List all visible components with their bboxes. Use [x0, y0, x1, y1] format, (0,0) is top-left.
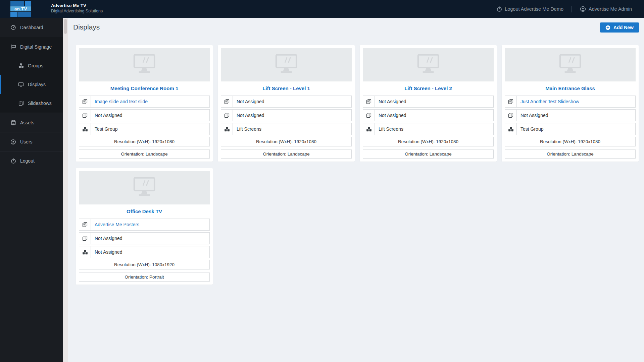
sidebar-item-slideshows[interactable]: Slideshows	[0, 94, 63, 113]
slideshow-row: Image slide and text slide	[79, 96, 210, 108]
header-divider	[572, 6, 572, 12]
group-value: Lift Screens	[375, 126, 403, 132]
plus-circle-icon	[605, 25, 610, 30]
sidebar: Dashboard Digital Signage	[0, 18, 63, 362]
header-right: Logout Advertise Me Demo Advertise Me Ad…	[497, 0, 632, 18]
add-new-label: Add New	[613, 25, 634, 30]
display-card: Office Desk TV Advertise Me Posters	[76, 168, 213, 285]
group-value: Test Group	[517, 126, 543, 132]
logout-link[interactable]: Logout Advertise Me Demo	[497, 6, 563, 12]
page-title: Displays	[73, 22, 100, 32]
sidebar-scrollbar[interactable]	[63, 18, 68, 362]
user-menu[interactable]: Advertise Me Admin	[580, 6, 632, 12]
sidebar-item-dashboard[interactable]: Dashboard	[0, 18, 63, 37]
sidebar-item-label: Digital Signage	[20, 44, 52, 50]
group-row: Test Group	[505, 123, 636, 135]
sidebar-item-digital-signage[interactable]: Digital Signage	[0, 37, 63, 56]
slideshow-row: Not Assigned	[505, 109, 636, 121]
slideshow-1-value[interactable]: Advertise Me Posters	[91, 222, 139, 227]
display-title[interactable]: Office Desk TV	[79, 208, 210, 214]
display-title[interactable]: Lift Screen - Level 1	[221, 85, 352, 91]
sidebar-item-label: Assets	[20, 120, 34, 125]
slideshow-row: Not Assigned	[79, 109, 210, 121]
cubes-icon	[18, 63, 24, 68]
orientation-row: Orientation: Landscape	[505, 149, 636, 159]
sidebar-item-users[interactable]: Users	[0, 132, 63, 151]
slideshow-row: Not Assigned	[79, 232, 210, 244]
add-new-button[interactable]: Add New	[600, 22, 639, 33]
slideshow-2-value: Not Assigned	[91, 113, 122, 118]
brand-text: Advertise Me TV Digital Advertising Solu…	[51, 3, 103, 14]
cubes-icon	[221, 123, 233, 135]
group-value: Not Assigned	[91, 249, 122, 255]
sidebar-item-label: Displays	[28, 82, 46, 87]
resolution-row: Resolution (WxH): 1920x1080	[79, 137, 210, 146]
display-preview	[363, 48, 494, 81]
brand-title: Advertise Me TV	[51, 3, 103, 8]
display-card: Main Entrance Glass Just Another Test Sl…	[502, 45, 639, 162]
cubes-icon	[363, 123, 375, 135]
slideshow-row: Not Assigned	[363, 109, 494, 121]
orientation-row: Orientation: Portrait	[79, 273, 210, 282]
slideshow-row: Advertise Me Posters	[79, 219, 210, 231]
orientation-row: Orientation: Landscape	[363, 149, 494, 159]
clone-icon	[505, 96, 517, 107]
sidebar-item-label: Slideshows	[28, 101, 52, 106]
scrollbar-thumb[interactable]	[64, 19, 67, 34]
slideshow-1-value: Not Assigned	[233, 99, 264, 104]
logo-brick	[10, 1, 24, 6]
group-value: Test Group	[91, 126, 117, 132]
cubes-icon	[79, 123, 91, 135]
sidebar-item-displays[interactable]: Displays	[0, 75, 63, 94]
monitor-icon	[18, 82, 24, 87]
display-preview	[505, 48, 636, 81]
clone-icon	[363, 96, 375, 107]
sidebar-item-label: Groups	[28, 63, 43, 68]
slideshow-row: Not Assigned	[363, 96, 494, 108]
sidebar-item-label: Logout	[20, 158, 35, 164]
display-preview	[79, 171, 210, 204]
main-content: Displays Add New	[68, 18, 644, 362]
group-value: Lift Screens	[233, 126, 261, 132]
logo-brick	[17, 12, 31, 17]
slideshow-2-value: Not Assigned	[517, 113, 548, 118]
gauge-icon	[10, 24, 16, 30]
cubes-icon	[505, 123, 517, 135]
clone-icon	[79, 219, 91, 230]
clone-icon	[363, 110, 375, 121]
display-preview	[221, 48, 352, 81]
sidebar-item-label: Users	[20, 139, 33, 144]
brand-subtitle: Digital Advertising Solutions	[51, 8, 103, 14]
slideshow-row: Not Assigned	[221, 96, 352, 108]
cubes-icon	[79, 246, 91, 258]
sidebar-item-logout[interactable]: Logout	[0, 151, 63, 170]
resolution-row: Resolution (WxH): 1920x1080	[505, 137, 636, 146]
monitor-placeholder-icon	[130, 176, 159, 199]
display-title[interactable]: Main Entrance Glass	[505, 85, 636, 91]
display-title[interactable]: Lift Screen - Level 2	[363, 85, 494, 91]
resolution-row: Resolution (WxH): 1080x1920	[79, 260, 210, 269]
monitor-placeholder-icon	[556, 53, 585, 76]
display-title[interactable]: Meeting Conference Room 1	[79, 85, 210, 91]
slideshow-2-value: Not Assigned	[91, 236, 122, 241]
logo-brick	[25, 1, 31, 6]
monitor-placeholder-icon	[272, 53, 301, 76]
sidebar-item-assets[interactable]: Assets	[0, 113, 63, 132]
slideshow-1-value[interactable]: Image slide and text slide	[91, 99, 148, 104]
power-icon	[10, 158, 16, 164]
page-header: Displays Add New	[68, 18, 644, 33]
clone-icon	[79, 110, 91, 121]
sidebar-item-groups[interactable]: Groups	[0, 56, 63, 75]
logo-brick	[10, 12, 17, 17]
slideshow-2-value: Not Assigned	[375, 113, 406, 118]
sign-icon	[10, 44, 16, 50]
clone-icon	[79, 233, 91, 244]
clone-icon	[221, 110, 233, 121]
monitor-placeholder-icon	[414, 53, 443, 76]
slideshow-row: Not Assigned	[221, 109, 352, 121]
orientation-row: Orientation: Landscape	[221, 149, 352, 159]
slideshow-2-value: Not Assigned	[233, 113, 264, 118]
monitor-placeholder-icon	[130, 53, 159, 76]
group-row: Lift Screens	[221, 123, 352, 135]
slideshow-1-value[interactable]: Just Another Test Slideshow	[517, 99, 579, 104]
